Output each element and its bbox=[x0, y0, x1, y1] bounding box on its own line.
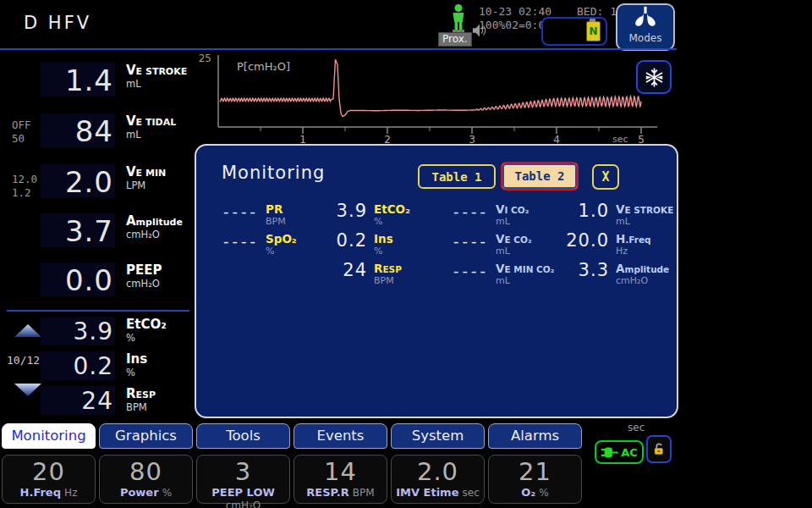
metric-amplitude[interactable]: 3.7 AmplitudecmH₂O bbox=[41, 213, 183, 247]
close-button[interactable]: X bbox=[592, 164, 619, 190]
ventilator-screen: D HFV Prox. 10-23 02:40 BED: 1 100%02=0:… bbox=[0, 0, 677, 508]
touch-lock-button[interactable] bbox=[646, 435, 672, 463]
snowflake-icon bbox=[644, 67, 665, 88]
prox-badge: Prox. bbox=[438, 32, 472, 47]
dialog-title: Monitoring bbox=[222, 163, 325, 183]
tab-monitoring[interactable]: Monitoring bbox=[2, 423, 96, 449]
setting-resp-rate[interactable]: 14 RESP.R BPM bbox=[294, 455, 387, 504]
lungs-icon bbox=[630, 15, 661, 31]
chart-title: P[cmH₂O] bbox=[237, 60, 290, 73]
pressure-waveform-chart: 25 P[cmH₂O] 1 2 3 4 5 sec bbox=[196, 51, 675, 146]
metric-value-box: 0.2 bbox=[41, 351, 115, 380]
hidden-chart-unit: sec bbox=[628, 422, 645, 433]
dialog-column-2: 3.9 EtCO₂ % 0.2 Ins % 24 RESP BPM bbox=[293, 202, 410, 290]
setting-peep-low[interactable]: 3 PEEP LOW cmH₂O bbox=[196, 455, 290, 504]
table2-button[interactable]: Table 2 bbox=[501, 162, 579, 190]
monitoring-dialog: Monitoring Table 1 Table 2 X ---- PR BPM… bbox=[195, 144, 678, 418]
table1-button[interactable]: Table 1 bbox=[418, 164, 496, 189]
dialog-column-4: 1.0 VE STROKE mL 20.0 H.Freq Hz 3.3 Ampl… bbox=[535, 202, 673, 290]
tab-alarms[interactable]: Alarms bbox=[488, 423, 582, 449]
mode-title: D HFV bbox=[24, 13, 91, 33]
param-ins: 0.2 Ins % bbox=[293, 231, 410, 261]
modes-button[interactable]: Modes bbox=[616, 3, 675, 51]
arrow-up-icon bbox=[14, 323, 42, 338]
metric-value-box: 84 bbox=[41, 113, 115, 147]
tab-tools[interactable]: Tools bbox=[196, 423, 290, 449]
param-etco2: 3.9 EtCO₂ % bbox=[293, 202, 410, 231]
page-indicator: 10/12 bbox=[7, 354, 40, 367]
y-axis-max: 25 bbox=[199, 52, 211, 64]
dialog-column-1: ---- PR BPM ---- SpO₂ % bbox=[210, 202, 297, 261]
battery-icon: N bbox=[586, 21, 601, 41]
metric-value-box: 3.9 bbox=[41, 317, 115, 345]
setting-h-freq[interactable]: 20 H.Freq Hz bbox=[2, 455, 96, 504]
battery-status-box: N bbox=[541, 17, 607, 46]
metric-resp[interactable]: 24 RESPBPM bbox=[41, 386, 156, 415]
metric-peep[interactable]: 0.0 PEEPcmH₂O bbox=[41, 262, 162, 296]
metric-etco2[interactable]: 3.9 EtCO₂% bbox=[41, 317, 167, 345]
param-ve-stroke: 1.0 VE STROKE mL bbox=[535, 202, 673, 231]
tab-system[interactable]: System bbox=[391, 423, 485, 449]
ac-power-indicator: AC bbox=[595, 440, 644, 464]
page-down-button[interactable] bbox=[14, 383, 42, 397]
bed-number: BED: 1 bbox=[577, 5, 617, 18]
metric-value-box: 0.0 bbox=[41, 262, 115, 296]
panel-divider bbox=[7, 310, 189, 312]
tab-events[interactable]: Events bbox=[294, 423, 387, 449]
param-amplitude: 3.3 Amplitude cmH₂O bbox=[535, 261, 673, 290]
setting-power[interactable]: 80 Power % bbox=[99, 455, 193, 504]
battery-label: N bbox=[589, 25, 597, 37]
datetime: 10-23 02:40 bbox=[479, 5, 551, 18]
ve-min-alarm-limits: 12.01.2 bbox=[12, 173, 37, 200]
tab-graphics[interactable]: Graphics bbox=[99, 423, 193, 449]
setting-imv-etime[interactable]: 2.0 IMV Etime sec bbox=[391, 455, 485, 504]
metric-ve-stroke[interactable]: 1.4 VE STROKEmL bbox=[41, 63, 187, 97]
unlocked-padlock-icon bbox=[653, 438, 665, 461]
ac-label: AC bbox=[621, 446, 638, 459]
header-divider bbox=[0, 48, 677, 50]
param-pr: ---- PR BPM bbox=[210, 202, 297, 231]
metric-ve-min[interactable]: 2.0 VE MINLPM bbox=[41, 164, 166, 198]
metric-value-box: 3.7 bbox=[41, 213, 115, 247]
metric-value-box: 24 bbox=[41, 386, 115, 415]
metric-value-box: 2.0 bbox=[41, 164, 115, 198]
freeze-button[interactable] bbox=[636, 60, 672, 94]
patient-icon[interactable] bbox=[447, 3, 470, 34]
metric-ins[interactable]: 0.2 Ins% bbox=[41, 351, 147, 380]
param-resp: 24 RESP BPM bbox=[293, 261, 410, 290]
metric-ve-tidal[interactable]: 84 VE TIDALmL bbox=[41, 113, 176, 147]
param-h-freq: 20.0 H.Freq Hz bbox=[535, 231, 673, 261]
arrow-down-icon bbox=[14, 383, 42, 397]
param-spo2: ---- SpO₂ % bbox=[210, 231, 297, 261]
metric-value-box: 1.4 bbox=[41, 63, 115, 97]
modes-button-label: Modes bbox=[617, 32, 673, 44]
page-up-button[interactable] bbox=[14, 323, 42, 338]
setting-o2[interactable]: 21 O₂ % bbox=[488, 455, 582, 504]
ve-tidal-alarm-limits: OFF50 bbox=[12, 119, 31, 146]
plug-icon bbox=[601, 445, 619, 460]
